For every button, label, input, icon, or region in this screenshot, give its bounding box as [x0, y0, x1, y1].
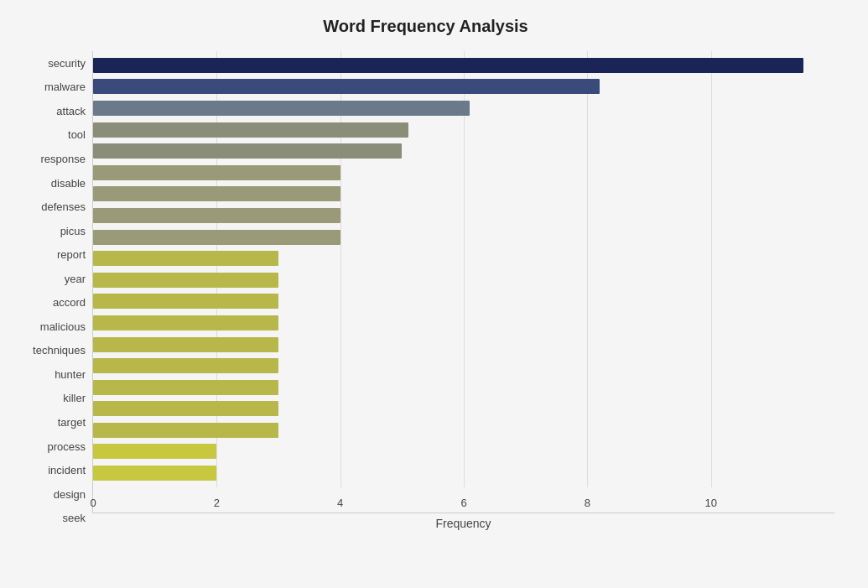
bar-seek — [93, 466, 216, 481]
y-label-disable: disable — [51, 171, 86, 195]
bar-row — [93, 206, 834, 226]
bar-attack — [93, 101, 470, 116]
x-axis-title: Frequency — [92, 517, 834, 530]
x-axis-label: 2 — [214, 497, 220, 509]
bar-row — [93, 398, 834, 419]
y-label-hunter: hunter — [55, 362, 86, 386]
bar-response — [93, 143, 402, 159]
bar-malicious — [93, 294, 278, 309]
bar-row — [93, 76, 834, 96]
bar-disable — [93, 165, 340, 180]
bar-techniques — [93, 315, 278, 330]
bar-row — [93, 463, 834, 483]
x-axis-label: 8 — [585, 497, 590, 509]
bar-design — [93, 444, 216, 459]
chart-container: Word Frequency Analysis securitymalwarea… — [0, 0, 868, 588]
bar-row — [93, 441, 834, 461]
bar-defenses — [93, 186, 340, 201]
y-label-target: target — [58, 410, 86, 434]
chart-area: securitymalwareattacktoolresponsedisable… — [17, 51, 834, 530]
bar-incident — [93, 423, 278, 438]
bar-row — [93, 377, 834, 398]
bar-row — [93, 55, 834, 75]
x-axis-label: 0 — [90, 497, 96, 509]
bar-row — [93, 163, 834, 183]
bars-container — [93, 51, 834, 487]
bar-row — [93, 120, 834, 140]
y-label-incident: incident — [48, 459, 86, 482]
bar-row — [93, 270, 834, 290]
bar-row — [93, 227, 834, 247]
y-label-accord: accord — [53, 291, 86, 315]
y-label-defenses: defenses — [41, 195, 86, 219]
bar-row — [93, 335, 834, 355]
bar-row — [93, 313, 834, 333]
bar-row — [93, 98, 834, 118]
y-label-killer: killer — [63, 387, 86, 410]
bar-row — [93, 420, 834, 440]
bar-accord — [93, 273, 278, 288]
bar-row — [93, 248, 834, 268]
y-label-design: design — [54, 482, 86, 506]
y-label-techniques: techniques — [33, 339, 86, 362]
y-axis: securitymalwareattacktoolresponsedisable… — [17, 51, 92, 530]
bar-hunter — [93, 337, 278, 352]
y-label-picus: picus — [60, 219, 86, 242]
x-axis-label: 4 — [337, 497, 343, 509]
y-label-attack: attack — [56, 99, 86, 122]
bar-target — [93, 380, 278, 395]
plot-area: 0246810 — [92, 51, 834, 513]
bar-tool — [93, 122, 408, 138]
bar-year — [93, 251, 278, 266]
y-label-malicious: malicious — [40, 315, 86, 338]
bar-row — [93, 141, 834, 161]
bar-report — [93, 230, 340, 245]
bar-row — [93, 356, 834, 376]
bar-killer — [93, 358, 278, 373]
x-axis-label: 10 — [704, 497, 716, 509]
y-label-seek: seek — [63, 507, 86, 530]
y-label-malware: malware — [44, 75, 86, 99]
y-label-security: security — [48, 51, 86, 75]
x-axis-label: 6 — [460, 497, 466, 509]
bar-row — [93, 291, 834, 311]
bar-picus — [93, 208, 340, 223]
y-label-process: process — [47, 434, 86, 458]
y-label-report: report — [57, 243, 86, 267]
bar-security — [93, 58, 803, 73]
y-label-tool: tool — [68, 123, 86, 147]
y-label-response: response — [41, 147, 86, 170]
bar-malware — [93, 79, 600, 94]
y-label-year: year — [65, 267, 86, 290]
chart-title: Word Frequency Analysis — [17, 17, 834, 36]
bar-process — [93, 401, 278, 416]
bar-row — [93, 184, 834, 204]
